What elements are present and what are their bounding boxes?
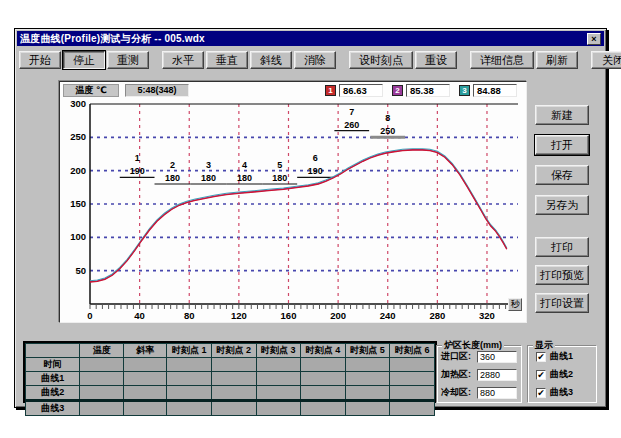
toolbar-button-详细信息[interactable]: 详细信息 (470, 51, 534, 69)
table-cell (390, 358, 435, 372)
channel-readout-3: 384.88 (459, 84, 517, 97)
profile-chart[interactable]: 0408012016020024028032050100150200250300… (60, 98, 528, 324)
close-icon[interactable]: × (587, 33, 601, 45)
toolbar-group-1: 开始停止重测 (19, 51, 151, 69)
table-cell (211, 401, 256, 416)
channel-temperature-value: 85.38 (406, 84, 450, 97)
channel-temperature-value: 84.88 (473, 84, 517, 97)
table-cell (256, 386, 301, 401)
svg-text:50: 50 (75, 265, 86, 276)
row-label: 时间 (26, 358, 80, 372)
chart-header: 温度 ℃ 5:48(348) 186.63285.38384.88 (60, 82, 526, 98)
table-cell (345, 358, 390, 372)
column-header: 时刻点 1 (167, 344, 212, 358)
zone-temperature-label: 260 (344, 120, 359, 130)
column-header: 时刻点 2 (211, 344, 256, 358)
temperature-curves (90, 149, 507, 282)
chart-panel: 温度 ℃ 5:48(348) 186.63285.38384.88 040801… (59, 81, 527, 323)
toolbar-button-开始[interactable]: 开始 (19, 51, 61, 69)
checkbox-label: 曲线3 (550, 386, 573, 399)
table-cell (167, 401, 212, 416)
furnace-field-row: 进口区: (441, 349, 518, 364)
table-cell (123, 401, 167, 416)
curve-visibility-row: ✔曲线2 (536, 367, 596, 382)
zone-temperature-label: 180 (165, 173, 180, 183)
toolbar-button-消除[interactable]: 消除 (294, 51, 336, 69)
table-cell (345, 401, 390, 416)
table-cell (123, 386, 167, 401)
svg-text:160: 160 (281, 310, 297, 321)
toolbar-button-close[interactable]: 关闭 (591, 51, 621, 69)
zone-temperature-label: 180 (237, 173, 252, 183)
oven-zone-annotations: 11902180318041805180619072608250 (120, 107, 405, 184)
curve-visibility-row: ✔曲线1 (536, 349, 596, 364)
curve-visibility-row: ✔曲线3 (536, 385, 596, 400)
display-panel-title: 显示 (533, 340, 555, 350)
side-button-打印设置[interactable]: 打印设置 (535, 293, 589, 313)
toolbar-button-停止[interactable]: 停止 (63, 51, 105, 69)
table-cell (345, 372, 390, 386)
toolbar-button-刷新[interactable]: 刷新 (536, 51, 578, 69)
toolbar-button-垂直[interactable]: 垂直 (206, 51, 248, 69)
table-cell (167, 372, 212, 386)
title-bar[interactable]: 温度曲线(Profile)测试与分析 -- 005.wdx × (17, 31, 604, 46)
furnace-field-label: 加热区: (441, 368, 477, 381)
side-button-打印预览[interactable]: 打印预览 (535, 265, 589, 285)
furnace-length-input[interactable] (477, 351, 517, 363)
table-row: 曲线2 (26, 386, 435, 401)
cursor-time-readout: 5:48(348) (125, 84, 189, 97)
furnace-field-row: 加热区: (441, 367, 518, 382)
table-cell (390, 401, 435, 416)
table-cell (390, 372, 435, 386)
channel-readout-2: 285.38 (392, 84, 450, 97)
toolbar-button-斜线[interactable]: 斜线 (250, 51, 292, 69)
checkbox-label: 曲线1 (550, 350, 573, 363)
row-label: 曲线2 (26, 386, 80, 401)
zone-number-label: 5 (277, 160, 282, 170)
side-button-打印[interactable]: 打印 (535, 237, 589, 257)
svg-text:300: 300 (70, 98, 86, 109)
row-label: 曲线3 (26, 401, 80, 416)
zone-number-label: 1 (135, 153, 140, 163)
toolbar-button-重设[interactable]: 重设 (415, 51, 457, 69)
checkbox-icon[interactable]: ✔ (536, 388, 546, 398)
side-button-打开[interactable]: 打开 (535, 135, 589, 155)
svg-text:200: 200 (70, 165, 86, 176)
side-button-新建[interactable]: 新建 (535, 105, 589, 125)
table-header-row: 温度斜率时刻点 1时刻点 2时刻点 3时刻点 4时刻点 5时刻点 6 (26, 344, 435, 358)
toolbar-button-水平[interactable]: 水平 (162, 51, 204, 69)
toolbar: 开始停止重测水平垂直斜线消除设时刻点重设详细信息刷新关闭 (19, 48, 602, 72)
table-cell (123, 358, 167, 372)
curve-曲线3 (90, 149, 507, 281)
channel-readout-1: 186.63 (325, 84, 383, 97)
table-cell (211, 372, 256, 386)
x-axis-unit-badge: 秒 (508, 298, 522, 311)
furnace-length-input[interactable] (477, 387, 517, 399)
window-title: 温度曲线(Profile)测试与分析 -- 005.wdx (20, 32, 205, 46)
column-header: 时刻点 3 (256, 344, 301, 358)
column-header: 时刻点 6 (390, 344, 435, 358)
svg-text:100: 100 (70, 231, 86, 242)
table-cell (390, 386, 435, 401)
furnace-length-input[interactable] (477, 369, 517, 381)
toolbar-button-重测[interactable]: 重测 (107, 51, 149, 69)
checkbox-icon[interactable]: ✔ (536, 370, 546, 380)
svg-text:0: 0 (87, 310, 92, 321)
table-cell (345, 386, 390, 401)
table-corner-cell (26, 344, 80, 358)
zone-number-label: 2 (170, 160, 175, 170)
svg-text:150: 150 (70, 198, 86, 209)
toolbar-group-2: 水平垂直斜线消除 (162, 51, 338, 69)
table-row: 时间 (26, 358, 435, 372)
table-cell (211, 386, 256, 401)
column-header: 温度 (80, 344, 124, 358)
side-button-保存[interactable]: 保存 (535, 165, 589, 185)
channel-color-icon: 2 (392, 85, 403, 96)
toolbar-group-3: 设时刻点重设 (349, 51, 459, 69)
toolbar-button-设时刻点[interactable]: 设时刻点 (349, 51, 413, 69)
side-button-另存为[interactable]: 另存为 (535, 195, 589, 215)
temperature-readouts: 186.63285.38384.88 (325, 84, 526, 97)
channel-color-icon: 3 (459, 85, 470, 96)
zone-temperature-label: 250 (380, 126, 395, 136)
checkbox-icon[interactable]: ✔ (536, 352, 546, 362)
